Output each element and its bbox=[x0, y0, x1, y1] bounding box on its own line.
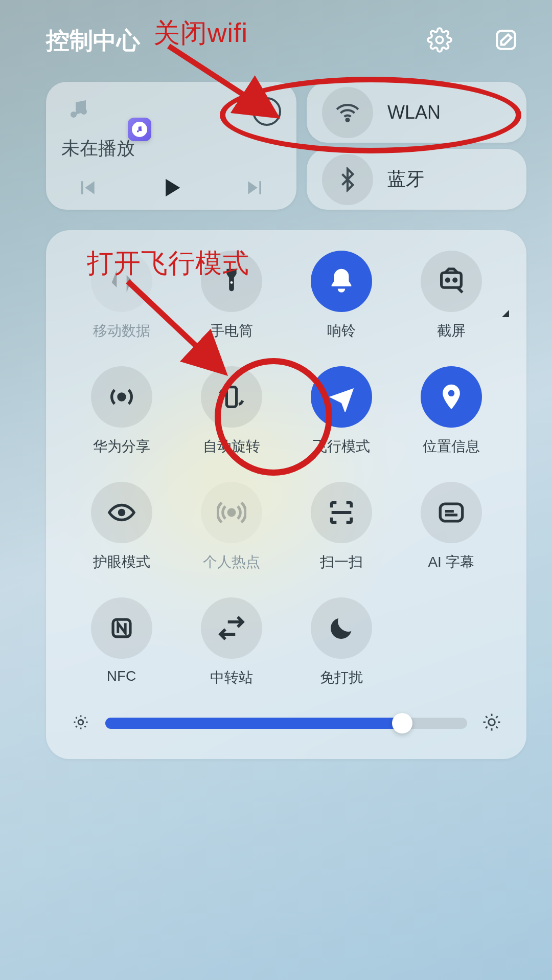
edit-icon bbox=[493, 27, 519, 55]
toggle-label: 扫一扫 bbox=[320, 552, 363, 572]
nfc-toggle[interactable]: NFC bbox=[66, 597, 176, 687]
music-app-badge bbox=[128, 118, 151, 141]
toggle-label: 个人热点 bbox=[203, 552, 260, 572]
toggle-label: 华为分享 bbox=[93, 437, 150, 456]
svg-point-0 bbox=[436, 36, 443, 43]
screenshot-icon bbox=[421, 251, 482, 312]
svg-line-25 bbox=[128, 281, 220, 368]
hotspot-icon bbox=[201, 482, 262, 543]
svg-point-2 bbox=[71, 112, 77, 118]
svg-point-19 bbox=[228, 509, 235, 516]
brightness-low-icon bbox=[72, 713, 90, 733]
subtitle-icon bbox=[421, 482, 482, 543]
svg-point-17 bbox=[448, 390, 454, 396]
svg-point-22 bbox=[78, 720, 83, 725]
dnd-toggle[interactable]: 免打扰 bbox=[286, 597, 396, 687]
bluetooth-label: 蓝牙 bbox=[387, 167, 424, 192]
toggle-label: 中转站 bbox=[210, 668, 253, 687]
svg-point-15 bbox=[118, 394, 124, 400]
eye-icon bbox=[91, 482, 152, 543]
quick-toggle-panel: 移动数据 手电筒 响铃 截屏 华为分享 bbox=[46, 230, 526, 759]
toggle-label: AI 字幕 bbox=[428, 552, 474, 572]
transfer-icon bbox=[201, 597, 262, 659]
toggle-label: 护眼模式 bbox=[93, 552, 150, 572]
annotation-airplane-arrow bbox=[123, 276, 256, 389]
svg-point-13 bbox=[446, 279, 449, 281]
scan-icon bbox=[311, 482, 372, 543]
music-note-icon bbox=[66, 97, 91, 124]
toggle-label: 位置信息 bbox=[423, 437, 480, 456]
brightness-thumb[interactable] bbox=[392, 713, 412, 733]
eye-comfort-toggle[interactable]: 护眼模式 bbox=[66, 482, 176, 572]
play-button[interactable] bbox=[156, 172, 187, 203]
next-track-button[interactable] bbox=[240, 172, 271, 203]
expand-indicator bbox=[502, 310, 509, 317]
toggle-label: NFC bbox=[107, 668, 136, 684]
svg-point-9 bbox=[140, 129, 142, 131]
hotspot-toggle[interactable]: 个人热点 bbox=[176, 482, 286, 572]
bell-icon bbox=[311, 251, 372, 312]
edit-button[interactable] bbox=[491, 26, 521, 56]
ai-subtitle-toggle[interactable]: AI 字幕 bbox=[396, 482, 506, 572]
moon-icon bbox=[311, 597, 372, 659]
bluetooth-toggle[interactable]: 蓝牙 bbox=[307, 149, 526, 210]
svg-point-14 bbox=[453, 279, 456, 281]
scan-toggle[interactable]: 扫一扫 bbox=[286, 482, 396, 572]
svg-rect-1 bbox=[497, 31, 515, 49]
location-toggle[interactable]: 位置信息 bbox=[396, 366, 506, 456]
svg-point-8 bbox=[137, 130, 139, 132]
brightness-high-icon bbox=[482, 713, 501, 733]
settings-button[interactable] bbox=[424, 26, 455, 56]
svg-point-3 bbox=[81, 108, 87, 115]
svg-rect-12 bbox=[441, 273, 461, 287]
svg-point-18 bbox=[118, 509, 125, 517]
screenshot-toggle[interactable]: 截屏 bbox=[396, 251, 506, 341]
gear-icon bbox=[427, 27, 452, 55]
toggle-label: 免打扰 bbox=[320, 668, 363, 687]
bluetooth-icon bbox=[322, 154, 373, 205]
media-status-text: 未在播放 bbox=[61, 136, 281, 161]
svg-point-23 bbox=[489, 719, 495, 726]
brightness-track[interactable] bbox=[105, 718, 467, 729]
svg-line-24 bbox=[169, 46, 271, 113]
toggle-label: 截屏 bbox=[437, 321, 466, 341]
brightness-slider[interactable] bbox=[66, 713, 506, 733]
page-title: 控制中心 bbox=[46, 25, 140, 57]
ring-toggle[interactable]: 响铃 bbox=[286, 251, 396, 341]
location-icon bbox=[421, 366, 482, 428]
toggle-label: 响铃 bbox=[327, 321, 356, 341]
nfc-icon bbox=[91, 597, 152, 659]
annotation-wifi-arrow bbox=[164, 41, 317, 133]
previous-track-button[interactable] bbox=[72, 172, 102, 203]
transfer-toggle[interactable]: 中转站 bbox=[176, 597, 286, 687]
